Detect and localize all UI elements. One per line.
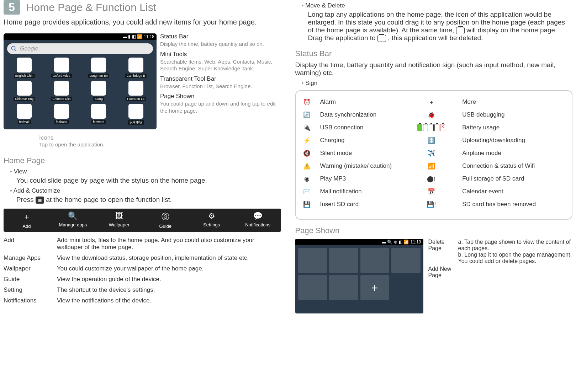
table-row: SettingThe shortcut to the device's sett… — [4, 286, 281, 294]
page-thumb[interactable] — [360, 248, 390, 273]
status-icon: 💾! — [427, 200, 436, 209]
status-time: 11:18 — [144, 34, 154, 39]
search-bar[interactable]: Google — [7, 43, 153, 54]
status-icon: 🔇 — [302, 149, 312, 158]
status-icon: ✈️ — [427, 149, 436, 158]
func-bar-item[interactable]: ⒼGuide — [142, 209, 189, 232]
page-thumb[interactable] — [298, 248, 327, 273]
app-icon[interactable]: English-Chin — [7, 58, 42, 78]
status-icon: ⚠️ — [302, 161, 312, 171]
status-icon — [427, 123, 436, 132]
status-icon-table: ⏰Alarm＋More🔄Data synchronization🐞USB deb… — [295, 90, 573, 220]
app-icon[interactable]: fedword — [81, 104, 116, 125]
status-icon: ↕️ — [427, 136, 436, 145]
table-row: Manage AppsView the download status, sto… — [4, 254, 281, 262]
search-icon — [11, 45, 17, 52]
status-time-2: 11:19 — [410, 240, 421, 245]
status-icon: 🔄 — [302, 110, 312, 119]
addcustomize-title: Add & Customize — [14, 187, 60, 194]
minitools-callout-body: Searchable items: Web, Apps, Contacts, M… — [160, 58, 281, 72]
sign-title: Sign — [305, 80, 317, 86]
app-icon[interactable]: Chinese Dict — [44, 81, 79, 101]
func-bar-item[interactable]: ＋Add — [4, 209, 50, 232]
homepage-heading: Home Page — [4, 156, 281, 165]
home-screenshot: ▬ ▮ ◧ 📶11:18 Google English-ChinOxford A… — [4, 33, 157, 129]
status-row: ⏰Alarm＋More — [302, 97, 566, 107]
page-number: 5 — [4, 0, 20, 15]
pageshown-heading: Page Shown — [295, 226, 573, 235]
page-thumb[interactable] — [391, 248, 421, 273]
func-bar-item[interactable]: 💬Notifications — [235, 209, 281, 232]
svg-point-0 — [11, 46, 15, 50]
func-bar-item[interactable]: ⚙Settings — [189, 209, 235, 232]
minitools-callout-title: Mini Tools — [160, 50, 281, 58]
status-row: ◉Play MP3⬤!Full storage of SD card — [302, 174, 566, 183]
status-icon: ＋ — [427, 97, 436, 107]
status-icon: ⬤! — [427, 174, 436, 183]
function-table: AddAdd mini tools, files to the home pag… — [4, 237, 281, 304]
app-icon[interactable]: Chinese-Eng — [7, 81, 42, 101]
status-icon: ⚡ — [302, 136, 312, 145]
table-row: GuideView the operation guide of the dev… — [4, 276, 281, 283]
statusbar-callout-body: Display the time, battery quantity and s… — [160, 41, 281, 48]
page-thumb[interactable] — [329, 275, 358, 300]
movedelete-body: Long tap any applications on the home pa… — [308, 11, 573, 42]
page-thumb[interactable] — [329, 248, 358, 273]
icons-callout-body: Tap to open the application. — [39, 141, 104, 147]
func-bar-item[interactable]: 🖼Wallpaper — [96, 209, 142, 232]
app-icon[interactable]: Slang — [81, 81, 116, 101]
movedelete-title: Move & Delete — [305, 2, 345, 9]
func-bar-item[interactable]: 🔍Manage apps — [50, 209, 96, 232]
table-row: AddAdd mini tools, files to the home pag… — [4, 237, 281, 251]
status-row: ⚠️Warning (mistake/ caution)📶Connection … — [302, 161, 566, 171]
status-icon: 💾 — [302, 200, 312, 209]
menu-icon: ▦ — [36, 197, 44, 204]
status-icon: ⏰ — [302, 97, 312, 107]
addcustomize-body: Press ▦ at the home page to open the fun… — [16, 196, 281, 204]
statusbar-body: Display the time, battery quantity and n… — [295, 61, 573, 77]
trash-icon — [456, 27, 465, 34]
view-body: You could slide page by page with the st… — [16, 177, 281, 184]
delete-page-label: Delete Page — [428, 239, 453, 252]
status-icon: 📅 — [427, 187, 436, 196]
status-row: ✉️Mail notification📅Calendar event — [302, 187, 566, 196]
status-row: 🔇Silent mode✈️Airplane mode — [302, 149, 566, 158]
table-row: WallpaperYou could customize your wallpa… — [4, 265, 281, 272]
status-icon: 📶 — [427, 161, 436, 171]
page-thumb[interactable] — [298, 275, 327, 300]
statusbar-heading: Status Bar — [295, 49, 573, 58]
app-icon[interactable]: Oxford Adva — [44, 58, 79, 78]
status-row: 💾Insert SD card💾!SD card has been remove… — [302, 200, 566, 209]
app-icon[interactable]: Cambridge E — [119, 58, 153, 78]
view-title: View — [14, 168, 27, 175]
status-icon: ✉️ — [302, 187, 312, 196]
app-icon[interactable]: Longman En — [81, 58, 116, 78]
pageshown-callout-body: You could page up and down and long tap … — [160, 100, 281, 114]
status-row: ⚡Charging↕️Uploading/downloading — [302, 136, 566, 145]
status-icon: ◉ — [302, 174, 312, 183]
status-row: 🔄Data synchronization🐞USB debugging — [302, 110, 566, 119]
pageshown-callout-title: Page Shown — [160, 92, 281, 100]
add-page-thumb[interactable]: ＋ — [360, 275, 390, 300]
statusbar-callout-title: Status Bar — [160, 33, 281, 41]
app-icon[interactable]: 安卓市场 — [119, 104, 153, 125]
status-strip: ▬ ▮ ◧ 📶11:18 — [4, 33, 157, 40]
svg-line-1 — [15, 49, 16, 51]
status-icon: 🐞 — [427, 110, 436, 119]
status-icon: 🔌 — [302, 123, 312, 132]
intro-text: Home page provides applications, you cou… — [4, 18, 281, 26]
search-placeholder: Google — [20, 45, 38, 52]
toolbar-callout-title: Transparent Tool Bar — [160, 75, 281, 83]
add-new-page-label: Add New Page — [428, 266, 453, 279]
toolbar-callout-body: Browser, Function List, Search Engine. — [160, 83, 281, 90]
function-bar: ＋Add🔍Manage apps🖼WallpaperⒼGuide⚙Setting… — [4, 209, 281, 232]
icons-callout-title: Icons — [39, 134, 104, 141]
app-icon[interactable]: fedbook — [44, 104, 79, 125]
trash-icon — [377, 35, 386, 42]
page-title: Home Page & Function List — [26, 1, 156, 14]
table-row: NotificationsView the notifications of t… — [4, 297, 281, 304]
app-icon[interactable]: Fourteen La — [119, 81, 153, 101]
pageshown-notes: a. Tap the page shown to view the conten… — [458, 239, 573, 313]
status-row: 🔌USB connectionBattery usage — [302, 123, 566, 132]
app-icon[interactable]: fedmail — [7, 104, 42, 125]
